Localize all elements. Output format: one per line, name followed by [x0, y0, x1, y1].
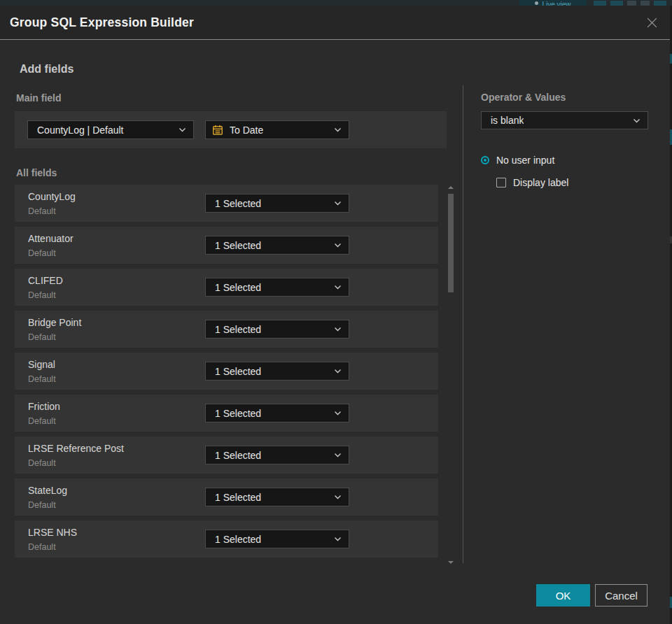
field-row: Bridge PointDefault1 Selected [15, 311, 438, 348]
background-button-fragment [627, 1, 636, 6]
ok-button[interactable]: OK [536, 584, 590, 607]
field-subtitle: Default [28, 542, 56, 552]
main-field-container: CountyLog | Default To Date [15, 111, 447, 148]
field-values-select[interactable]: 1 Selected [205, 278, 349, 297]
main-field-select-value: CountyLog | Default [37, 125, 124, 136]
field-values-select-value: 1 Selected [215, 198, 261, 209]
field-values-select-value: 1 Selected [215, 492, 261, 503]
chevron-down-icon [334, 495, 342, 499]
field-values-select-value: 1 Selected [215, 324, 261, 335]
dialog-title: Group SQL Expression Builder [10, 15, 194, 30]
operator-select[interactable]: is blank [481, 111, 648, 129]
live-view-dot-icon [535, 1, 538, 5]
field-values-select[interactable]: 1 Selected [205, 320, 349, 339]
calendar-icon [212, 125, 223, 136]
field-values-select[interactable]: 1 Selected [205, 236, 349, 255]
background-button-fragment [610, 1, 623, 6]
display-label-text: Display label [513, 177, 568, 188]
field-values-select[interactable]: 1 Selected [205, 446, 349, 465]
all-fields-label: All fields [16, 167, 57, 178]
all-fields-list: CountyLogDefault1 SelectedAttenuatorDefa… [15, 185, 438, 562]
field-row: SignalDefault1 Selected [15, 353, 438, 390]
operator-values-label: Operator & Values [481, 92, 566, 103]
field-values-select-value: 1 Selected [215, 240, 261, 251]
no-user-input-option[interactable]: No user input [481, 155, 554, 166]
field-name: Friction [28, 401, 60, 412]
chevron-down-icon [334, 127, 342, 132]
field-row: StateLogDefault1 Selected [15, 478, 438, 516]
checkbox-unchecked[interactable] [496, 178, 506, 187]
main-field-type-select[interactable]: To Date [205, 120, 349, 139]
field-values-select-value: 1 Selected [215, 282, 261, 293]
field-name: CLIFED [28, 275, 63, 286]
background-toolbar: Live view [0, 0, 672, 6]
divider [0, 39, 670, 40]
scrollbar[interactable] [446, 183, 456, 565]
chevron-down-icon [178, 127, 186, 132]
live-view-button[interactable]: Live view [519, 0, 587, 6]
background-button-fragment [594, 1, 606, 6]
field-row: LRSE NHSDefault1 Selected [15, 520, 438, 558]
field-row: AttenuatorDefault1 Selected [15, 227, 438, 264]
chevron-down-icon [334, 453, 342, 458]
field-subtitle: Default [28, 500, 56, 510]
close-icon [646, 17, 658, 29]
field-name: Bridge Point [28, 317, 81, 328]
dialog-titlebar: Group SQL Expression Builder [0, 6, 670, 39]
dialog-footer: OK Cancel [0, 584, 670, 607]
chevron-down-icon [334, 243, 342, 248]
field-subtitle: Default [28, 458, 56, 468]
chevron-down-icon [334, 537, 342, 541]
field-subtitle: Default [28, 248, 56, 258]
no-user-input-label: No user input [496, 155, 554, 166]
scroll-up-arrow-icon[interactable] [448, 186, 454, 189]
chevron-down-icon [633, 118, 640, 123]
field-row: CountyLogDefault1 Selected [15, 185, 438, 222]
chevron-down-icon [334, 327, 342, 332]
field-subtitle: Default [28, 206, 56, 216]
section-title: Add fields [20, 63, 74, 76]
field-values-select[interactable]: 1 Selected [205, 530, 349, 548]
field-name: Attenuator [28, 233, 74, 244]
field-values-select[interactable]: 1 Selected [205, 488, 349, 506]
field-values-select-value: 1 Selected [215, 450, 261, 461]
background-button-fragment [654, 1, 666, 6]
vertical-divider [463, 85, 463, 563]
scroll-down-arrow-icon[interactable] [448, 561, 454, 564]
field-name: LRSE Reference Post [28, 443, 124, 454]
cancel-button[interactable]: Cancel [595, 584, 648, 607]
main-field-select[interactable]: CountyLog | Default [27, 120, 194, 139]
display-label-option[interactable]: Display label [496, 177, 568, 188]
field-values-select-value: 1 Selected [215, 408, 261, 419]
chevron-down-icon [334, 411, 342, 416]
live-view-label: Live view [542, 0, 570, 6]
field-name: Signal [28, 359, 55, 370]
scrollbar-thumb[interactable] [448, 194, 454, 292]
background-button-fragment [640, 1, 650, 6]
field-values-select[interactable]: 1 Selected [205, 404, 349, 423]
chevron-down-icon [334, 285, 342, 290]
field-name: CountyLog [28, 191, 76, 202]
field-row: LRSE Reference PostDefault1 Selected [15, 437, 438, 474]
main-field-label: Main field [16, 92, 62, 104]
operator-select-value: is blank [491, 115, 524, 126]
field-subtitle: Default [28, 374, 56, 384]
field-subtitle: Default [28, 416, 56, 426]
field-subtitle: Default [28, 290, 56, 300]
field-name: StateLog [28, 485, 67, 496]
close-button[interactable] [645, 15, 659, 29]
chevron-down-icon [334, 369, 342, 374]
field-subtitle: Default [28, 332, 56, 342]
field-name: LRSE NHS [28, 527, 77, 538]
field-values-select[interactable]: 1 Selected [205, 362, 349, 381]
field-row: FrictionDefault1 Selected [15, 395, 438, 432]
field-values-select-value: 1 Selected [215, 366, 261, 377]
radio-button-selected[interactable] [481, 156, 489, 164]
field-values-select-value: 1 Selected [215, 534, 261, 545]
main-field-type-value: To Date [230, 125, 263, 136]
field-row: CLIFEDDefault1 Selected [15, 269, 438, 306]
field-values-select[interactable]: 1 Selected [205, 194, 349, 213]
chevron-down-icon [334, 201, 342, 206]
group-sql-expression-builder-dialog: Group SQL Expression Builder Add fields … [0, 6, 670, 624]
